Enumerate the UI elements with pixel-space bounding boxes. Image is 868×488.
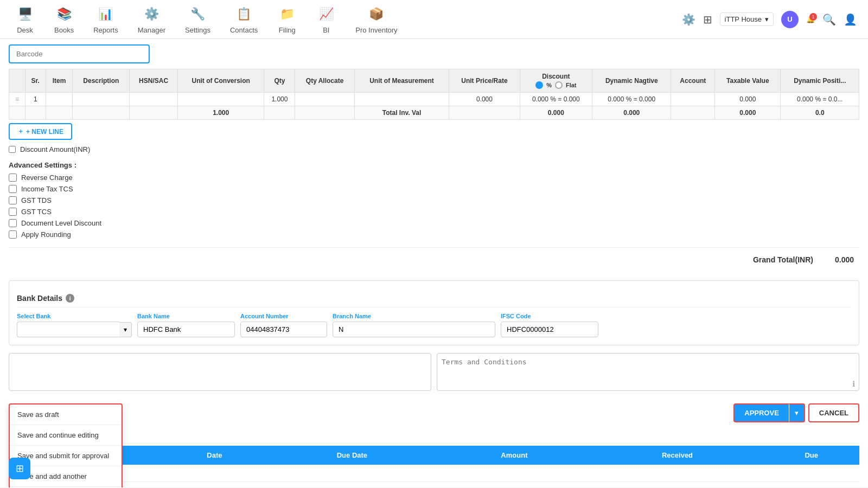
right-actions: APPROVE ▾ CANCEL (733, 403, 859, 422)
bank-name-input[interactable] (137, 322, 235, 337)
reverse-charge-checkbox[interactable] (9, 174, 17, 182)
total-row: 1.000 Total Inv. Val 0.000 0.000 0.000 0… (9, 106, 859, 120)
nav-filing-label: Filing (279, 26, 296, 34)
nav-books-label: Books (54, 26, 74, 34)
row-drag-handle[interactable]: ≡ (9, 93, 25, 106)
plus-icon: ＋ (17, 127, 24, 136)
th-dynamic-positive: Dynamic Positi... (781, 69, 859, 93)
nav-bi[interactable]: 📈 BI (307, 0, 346, 38)
manager-icon: ⚙️ (142, 4, 161, 24)
branch-name-input[interactable] (333, 322, 495, 337)
nav-pro-inventory[interactable]: 📦 Pro Inventory (346, 0, 407, 38)
nav-desk[interactable]: 🖥️ Desk (5, 0, 44, 38)
select-bank-group: Select Bank ▾ (17, 313, 132, 337)
row-qty[interactable]: 1.000 (264, 93, 295, 106)
row-discount[interactable]: 0.000 % = 0.000 (520, 93, 592, 106)
save-btn-row: SAVE ▾ (10, 486, 122, 487)
select-bank-input[interactable] (17, 322, 119, 337)
filing-icon: 📁 (277, 4, 297, 24)
branch-name-label: Branch Name (333, 313, 495, 319)
company-selector[interactable]: iTTP House ▾ (720, 12, 774, 26)
nav-settings[interactable]: 🔧 Settings (175, 0, 220, 38)
items-table: Sr. Item Description HSN/SAC Unit of Con… (9, 69, 859, 120)
gst-tcs-checkbox[interactable] (9, 208, 17, 216)
ifsc-code-input[interactable] (501, 322, 598, 337)
th-discount: Discount % Flat (520, 69, 592, 93)
bank-name-group: Bank Name (137, 313, 235, 337)
no-data-cell: No data found (9, 465, 859, 482)
gst-tds-checkbox[interactable] (9, 196, 17, 204)
approve-dropdown-btn[interactable]: ▾ (789, 403, 805, 422)
reports-icon: 📊 (96, 4, 116, 24)
account-number-group: Account Number (240, 313, 327, 337)
notes-textarea[interactable] (9, 353, 431, 391)
income-tax-tcs-checkbox[interactable] (9, 185, 17, 193)
row-unit-measurement[interactable] (354, 93, 449, 106)
setting-gst-tcs: GST TCS (9, 208, 859, 216)
document-level-discount-checkbox[interactable] (9, 219, 17, 227)
settings-icon: 🔧 (188, 4, 207, 24)
last-invoice-section: Last 5 Invoice Issued Number Date Due Da… (9, 433, 859, 482)
row-unit-price-rate[interactable]: 0.000 (449, 93, 520, 106)
search-icon[interactable]: 🔍 (822, 13, 836, 26)
th-taxable-value: Taxable Value (715, 69, 781, 93)
discount-percent-label: % (546, 82, 552, 88)
nav-reports[interactable]: 📊 Reports (84, 0, 128, 38)
discount-amount-checkbox[interactable] (9, 146, 16, 153)
user-avatar[interactable]: U (781, 11, 799, 28)
row-dynamic-nagtive[interactable]: 0.000 % = 0.000 (592, 93, 671, 106)
bank-details-info-icon[interactable]: i (66, 294, 74, 303)
nav-settings-label: Settings (185, 26, 210, 34)
th-description: Description (73, 69, 130, 93)
row-hsn-sac[interactable] (130, 93, 178, 106)
bottom-app-icon[interactable]: ⊞ (9, 458, 30, 479)
gear-icon[interactable]: ⚙️ (682, 13, 695, 26)
no-data-row: No data found (9, 465, 859, 482)
save-as-draft-item[interactable]: Save as draft (10, 404, 122, 425)
account-number-input[interactable] (240, 322, 327, 337)
account-number-label: Account Number (240, 313, 327, 319)
nav-manager[interactable]: ⚙️ Manager (128, 0, 175, 38)
cancel-button[interactable]: CANCEL (808, 403, 859, 422)
gst-tcs-label: GST TCS (21, 208, 52, 216)
advanced-settings-title: Advanced Settings : (9, 161, 859, 169)
row-item[interactable] (46, 93, 73, 106)
row-qty-allocate[interactable] (295, 93, 354, 106)
th-dynamic-nagtive: Dynamic Nagtive (592, 69, 671, 93)
discount-amount-label: Discount Amount(INR) (20, 145, 90, 153)
nav-contacts[interactable]: 📋 Contacts (220, 0, 267, 38)
select-bank-wrapper: ▾ (17, 322, 132, 337)
nav-books[interactable]: 📚 Books (44, 0, 84, 38)
apply-rounding-checkbox[interactable] (9, 230, 17, 239)
approve-button[interactable]: APPROVE (733, 403, 789, 422)
terms-info-icon[interactable]: ℹ (852, 380, 855, 388)
grid-icon[interactable]: ⊞ (703, 13, 712, 26)
barcode-input[interactable] (9, 44, 150, 63)
invoice-th-received: Received (591, 446, 764, 465)
notification-bell[interactable]: 🔔 1 (806, 15, 815, 23)
reverse-charge-label: Reverse Charge (21, 174, 73, 182)
discount-flat-label: Flat (566, 82, 577, 88)
invoice-th-amount: Amount (437, 446, 591, 465)
grand-total-label: Grand Total(INR) (753, 255, 813, 264)
contacts-icon: 📋 (234, 4, 254, 24)
row-taxable-value[interactable]: 0.000 (715, 93, 781, 106)
nav-contacts-label: Contacts (230, 26, 258, 34)
gst-tds-label: GST TDS (21, 196, 52, 204)
user-icon[interactable]: 👤 (844, 13, 857, 26)
company-name: iTTP House (725, 15, 762, 23)
total-dynamic-nagtive: 0.000 (592, 106, 671, 120)
select-bank-dropdown-btn[interactable]: ▾ (119, 322, 132, 337)
setting-document-level-discount: Document Level Discount (9, 219, 859, 227)
row-account[interactable] (671, 93, 715, 106)
row-dynamic-positive[interactable]: 0.000 % = 0.0... (781, 93, 859, 106)
row-description[interactable] (73, 93, 130, 106)
discount-percent-radio[interactable] (535, 81, 543, 89)
save-continue-editing-item[interactable]: Save and continue editing (10, 425, 122, 446)
discount-flat-radio[interactable] (555, 81, 563, 89)
nav-filing[interactable]: 📁 Filing (267, 0, 307, 38)
income-tax-tcs-label: Income Tax TCS (21, 185, 73, 193)
row-unit-conversion[interactable] (177, 93, 264, 106)
new-line-button[interactable]: ＋ + NEW LINE (9, 123, 72, 140)
terms-textarea[interactable] (437, 353, 859, 391)
